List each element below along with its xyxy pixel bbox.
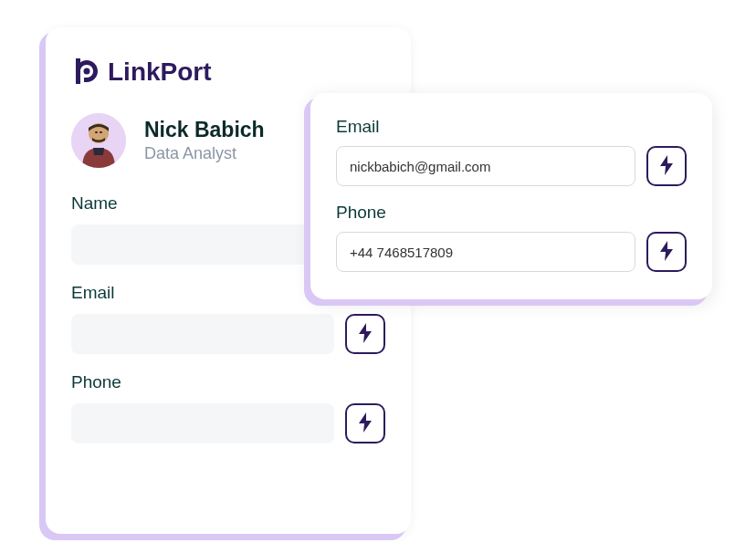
overlay-phone-input[interactable] <box>336 232 635 272</box>
lightning-icon <box>658 155 675 178</box>
profile-role: Data Analyst <box>144 144 265 163</box>
linkport-logo-icon <box>71 57 99 88</box>
svg-point-0 <box>84 68 90 75</box>
overlay-email-input[interactable] <box>336 146 635 186</box>
svg-rect-4 <box>100 131 102 133</box>
phone-field-group: Phone <box>71 372 385 443</box>
svg-rect-3 <box>95 131 98 133</box>
email-flash-button[interactable] <box>345 314 385 354</box>
overlay-card: Email Phone <box>310 93 712 299</box>
overlay-phone-label: Phone <box>336 203 687 223</box>
overlay-phone-field-group: Phone <box>336 203 687 272</box>
overlay-phone-flash-button[interactable] <box>646 232 687 272</box>
profile-name: Nick Babich <box>144 118 265 142</box>
avatar <box>71 113 126 168</box>
phone-input[interactable] <box>71 403 334 443</box>
lightning-icon <box>658 241 675 264</box>
phone-flash-button[interactable] <box>345 403 385 443</box>
email-input[interactable] <box>71 314 334 354</box>
phone-label: Phone <box>71 372 385 392</box>
profile-info: Nick Babich Data Analyst <box>144 118 265 163</box>
overlay-email-field-group: Email <box>336 117 687 186</box>
lightning-icon <box>357 323 373 346</box>
lightning-icon <box>357 412 373 435</box>
overlay-email-label: Email <box>336 117 687 137</box>
overlay-email-flash-button[interactable] <box>646 146 687 186</box>
brand-name: LinkPort <box>108 57 212 87</box>
brand-row: LinkPort <box>71 57 385 88</box>
